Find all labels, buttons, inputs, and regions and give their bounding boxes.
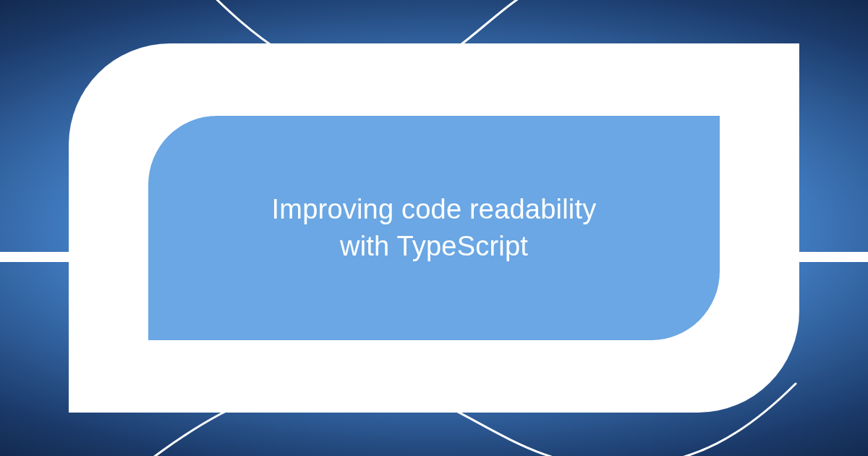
banner-title: Improving code readabilitywith TypeScrip… <box>272 191 597 266</box>
hero-banner: Improving code readabilitywith TypeScrip… <box>0 0 868 456</box>
title-panel: Improving code readabilitywith TypeScrip… <box>177 145 691 311</box>
